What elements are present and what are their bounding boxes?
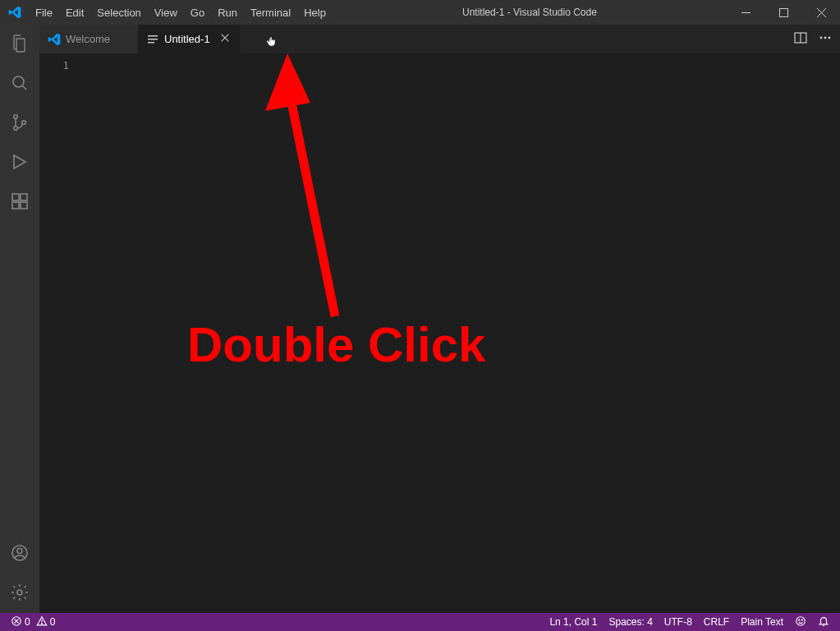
menu-view[interactable]: View [148,0,184,25]
svg-point-16 [829,37,831,39]
files-icon [10,34,30,56]
debug-icon [10,152,30,174]
editor-actions [786,25,840,53]
status-bar: 0 0 Ln 1, Col 1 Spaces: 4 UTF-8 CRLF Pla… [0,613,840,631]
vscode-logo-icon [0,6,29,19]
menu-selection[interactable]: Selection [90,0,147,25]
svg-point-10 [17,548,22,553]
title-bar: File Edit Selection View Go Run Terminal… [0,0,840,25]
close-icon [219,32,231,46]
maximize-button[interactable] [764,0,802,25]
status-language-mode[interactable]: Plain Text [735,613,789,631]
window-title: Untitled-1 - Visual Studio Code [333,7,727,18]
status-encoding[interactable]: UTF-8 [659,613,698,631]
bell-icon [818,615,829,629]
menu-help[interactable]: Help [297,0,333,25]
feedback-icon [795,615,806,629]
svg-point-3 [14,126,18,130]
svg-point-15 [824,37,827,39]
more-actions-button[interactable] [819,31,832,47]
app-root: File Edit Selection View Go Run Terminal… [0,0,840,631]
main-body: Welcome Untitled-1 [0,25,840,613]
svg-point-22 [796,616,806,625]
activity-explorer[interactable] [0,25,39,64]
split-editor-button[interactable] [794,31,807,47]
account-icon [10,543,30,565]
vscode-tab-icon [48,33,61,46]
gear-icon [10,583,30,605]
menu-file[interactable]: File [29,0,59,25]
window-controls [727,0,840,25]
tab-untitled-1[interactable]: Untitled-1 [138,25,240,53]
tab-bar-empty-area[interactable] [240,25,786,53]
status-indentation[interactable]: Spaces: 4 [603,613,658,631]
close-button[interactable] [802,0,840,25]
status-notifications[interactable] [812,613,835,631]
svg-rect-7 [21,202,27,209]
ellipsis-icon [819,35,832,47]
svg-rect-5 [12,194,19,200]
status-cursor-position[interactable]: Ln 1, Col 1 [544,613,603,631]
svg-point-1 [13,76,24,87]
activity-run-debug[interactable] [0,143,39,182]
activity-search[interactable] [0,64,39,104]
split-horizontal-icon [794,35,807,47]
tab-close-button[interactable] [218,33,232,46]
activity-top-group [0,25,39,222]
svg-point-4 [22,120,26,124]
error-icon [11,615,22,629]
activity-bar [0,25,39,613]
menu-bar: File Edit Selection View Go Run Terminal… [29,0,333,25]
menu-go[interactable]: Go [184,0,211,25]
line-number: 1 [39,58,69,73]
status-problems[interactable]: 0 0 [7,613,59,631]
svg-point-23 [799,619,800,620]
activity-settings[interactable] [0,573,39,613]
status-warning-count: 0 [50,616,56,628]
status-error-count: 0 [25,616,30,628]
tab-label: Welcome [66,33,110,45]
menu-terminal[interactable]: Terminal [244,0,297,25]
editor-content[interactable]: 1 Double Click [39,53,840,613]
svg-point-11 [17,590,22,595]
extensions-icon [10,191,30,214]
svg-rect-8 [21,194,27,200]
search-icon [10,73,30,95]
tab-bar[interactable]: Welcome Untitled-1 [39,25,840,53]
status-right: Ln 1, Col 1 Spaces: 4 UTF-8 CRLF Plain T… [544,613,840,631]
activity-source-control[interactable] [0,104,39,143]
status-feedback[interactable] [789,613,812,631]
warning-icon [36,615,48,629]
editor-area: Welcome Untitled-1 [39,25,840,613]
svg-point-14 [820,37,823,39]
text-file-icon [146,33,159,46]
svg-point-2 [14,114,18,118]
tab-label: Untitled-1 [164,33,210,45]
svg-point-21 [41,623,42,624]
minimize-button[interactable] [727,0,764,25]
activity-extensions[interactable] [0,182,39,222]
svg-rect-6 [12,202,19,209]
menu-run[interactable]: Run [211,0,244,25]
tab-welcome[interactable]: Welcome [39,25,138,53]
menu-edit[interactable]: Edit [59,0,90,25]
source-control-icon [10,113,30,135]
svg-point-24 [801,619,802,620]
svg-rect-0 [779,8,787,16]
code-area[interactable] [80,53,840,613]
status-eol[interactable]: CRLF [698,613,735,631]
status-left: 0 0 [0,613,59,631]
line-number-gutter: 1 [39,53,80,613]
activity-accounts[interactable] [0,534,39,573]
activity-bottom-group [0,534,39,613]
